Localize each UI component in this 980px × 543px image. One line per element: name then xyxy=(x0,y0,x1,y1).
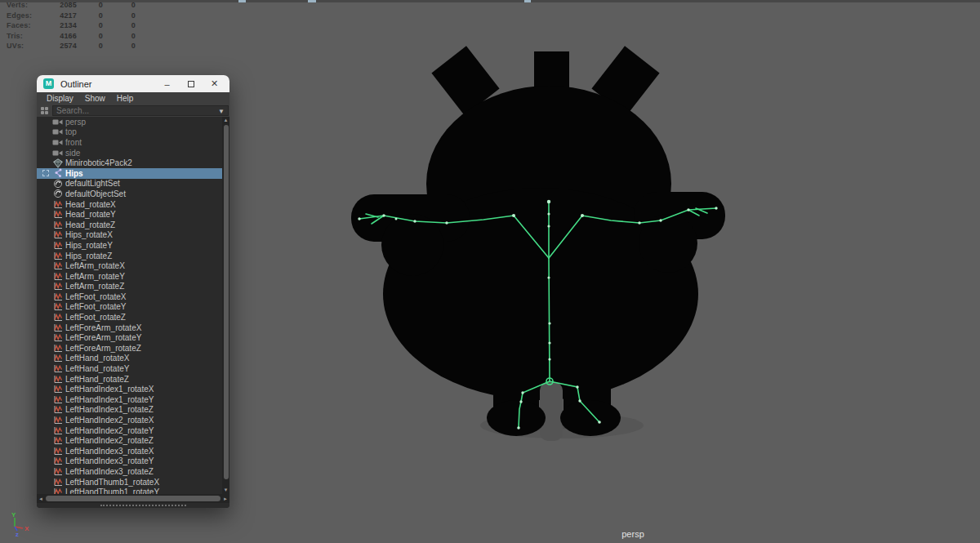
outliner-item-LeftHandIndex1_rotateX[interactable]: LeftHandIndex1_rotateX xyxy=(37,384,222,394)
outliner-item-LeftForeArm_rotateZ[interactable]: LeftForeArm_rotateZ xyxy=(37,343,222,354)
maximize-icon xyxy=(188,81,194,87)
outliner-item-LeftFoot_rotateY[interactable]: LeftFoot_rotateY xyxy=(37,302,222,313)
outliner-item-LeftHand_rotateZ[interactable]: LeftHand_rotateZ xyxy=(37,374,222,385)
horizontal-scroll-thumb[interactable] xyxy=(46,496,220,501)
outliner-item-label: LeftHandIndex3_rotateY xyxy=(65,456,154,465)
animcurve-icon xyxy=(52,323,63,332)
outliner-item-Hips_rotateX[interactable]: Hips_rotateX xyxy=(37,230,222,241)
outliner-item-LeftHand_rotateX[interactable]: LeftHand_rotateX xyxy=(37,354,222,364)
menu-show[interactable]: Show xyxy=(85,94,105,103)
maximize-button[interactable] xyxy=(179,75,203,92)
window-resize-grip[interactable] xyxy=(37,503,229,508)
animcurve-icon xyxy=(52,487,63,494)
outliner-item-Head_rotateY[interactable]: Head_rotateY xyxy=(37,209,222,220)
chevron-down-icon[interactable]: ▼ xyxy=(218,108,225,115)
expand-slot xyxy=(42,303,51,311)
outliner-window[interactable]: M Outliner – ✕ Display Show Help Search.… xyxy=(37,75,229,508)
animcurve-icon xyxy=(52,466,63,476)
outliner-item-LeftHandThumb1_rotateX[interactable]: LeftHandThumb1_rotateX xyxy=(37,477,222,487)
outliner-item-LeftHandIndex3_rotateY[interactable]: LeftHandIndex3_rotateY xyxy=(37,456,222,467)
outliner-item-label: LeftFoot_rotateX xyxy=(65,292,127,301)
outliner-list[interactable]: persptopfrontsideMinirobotic4Pack2Hipsde… xyxy=(37,117,229,494)
outliner-item-label: defaultObjectSet xyxy=(65,189,126,198)
scroll-right-icon[interactable]: ► xyxy=(221,496,229,501)
outliner-item-defaultLightSet[interactable]: defaultLightSet xyxy=(37,179,222,189)
outliner-item-LeftHandIndex1_rotateY[interactable]: LeftHandIndex1_rotateY xyxy=(37,394,222,405)
expand-slot xyxy=(42,426,51,434)
outliner-item-label: front xyxy=(65,138,82,147)
outliner-item-LeftArm_rotateY[interactable]: LeftArm_rotateY xyxy=(37,271,222,282)
outliner-item-Head_rotateZ[interactable]: Head_rotateZ xyxy=(37,220,222,230)
outliner-item-label: LeftHandIndex1_rotateZ xyxy=(65,405,154,414)
outliner-item-Head_rotateX[interactable]: Head_rotateX xyxy=(37,199,222,210)
expand-slot xyxy=(42,406,51,414)
minimize-button[interactable]: – xyxy=(155,75,179,92)
menu-display[interactable]: Display xyxy=(47,94,74,103)
vertical-scroll-thumb[interactable] xyxy=(224,125,229,479)
expand-slot xyxy=(42,344,51,352)
expand-slot xyxy=(42,159,51,167)
animcurve-icon xyxy=(52,364,63,374)
expand-slot xyxy=(42,467,51,475)
outliner-item-persp[interactable]: persp xyxy=(37,117,222,127)
outliner-item-LeftHand_rotateY[interactable]: LeftHand_rotateY xyxy=(37,363,222,374)
filter-icon[interactable] xyxy=(41,107,49,115)
horizontal-scrollbar[interactable]: ◄ ► xyxy=(37,494,229,503)
outliner-item-LeftHandIndex1_rotateZ[interactable]: LeftHandIndex1_rotateZ xyxy=(37,405,222,416)
outliner-item-Minirobotic4Pack2[interactable]: Minirobotic4Pack2 xyxy=(37,158,222,168)
axis-x-label: X xyxy=(24,525,29,532)
menu-help[interactable]: Help xyxy=(117,94,134,103)
outliner-item-label: LeftForeArm_rotateX xyxy=(65,323,141,332)
close-button[interactable]: ✕ xyxy=(203,75,226,92)
outliner-item-LeftHandIndex3_rotateZ[interactable]: LeftHandIndex3_rotateZ xyxy=(37,466,222,477)
outliner-item-label: LeftArm_rotateZ xyxy=(65,282,124,291)
outliner-item-defaultObjectSet[interactable]: defaultObjectSet xyxy=(37,189,222,199)
search-input[interactable]: Search... ▼ xyxy=(52,105,229,116)
animcurve-icon xyxy=(52,261,63,271)
outliner-item-top[interactable]: top xyxy=(37,127,222,138)
animcurve-icon xyxy=(52,425,63,435)
outliner-item-LeftHandIndex2_rotateZ[interactable]: LeftHandIndex2_rotateZ xyxy=(37,435,222,446)
outliner-item-Hips[interactable]: Hips xyxy=(37,168,222,179)
outliner-item-LeftArm_rotateX[interactable]: LeftArm_rotateX xyxy=(37,260,222,271)
outliner-item-label: LeftHand_rotateX xyxy=(65,354,129,363)
outliner-item-label: LeftHandIndex1_rotateY xyxy=(65,395,154,404)
expand-slot xyxy=(42,488,51,494)
outliner-item-label: persp xyxy=(65,118,86,127)
animcurve-icon xyxy=(52,230,63,240)
outliner-item-LeftForeArm_rotateY[interactable]: LeftForeArm_rotateY xyxy=(37,332,222,343)
expand-toggle[interactable] xyxy=(42,169,51,177)
animcurve-icon xyxy=(52,251,63,260)
expand-icon[interactable] xyxy=(42,170,49,176)
outliner-titlebar[interactable]: M Outliner – ✕ xyxy=(37,75,229,92)
set-icon xyxy=(52,179,63,189)
expand-slot xyxy=(42,149,51,157)
outliner-item-LeftArm_rotateZ[interactable]: LeftArm_rotateZ xyxy=(37,282,222,292)
outliner-item-side[interactable]: side xyxy=(37,148,222,158)
camera-icon xyxy=(52,117,63,127)
mesh-icon xyxy=(52,158,63,168)
outliner-item-label: LeftForeArm_rotateY xyxy=(65,333,141,342)
animcurve-icon xyxy=(52,405,63,415)
vertical-scrollbar[interactable]: ▲ ▼ xyxy=(222,117,229,494)
outliner-item-label: LeftFoot_rotateZ xyxy=(65,313,126,322)
outliner-item-LeftHandIndex3_rotateX[interactable]: LeftHandIndex3_rotateX xyxy=(37,446,222,456)
outliner-item-LeftHandIndex2_rotateX[interactable]: LeftHandIndex2_rotateX xyxy=(37,415,222,425)
expand-slot xyxy=(42,437,51,445)
scroll-left-icon[interactable]: ◄ xyxy=(37,496,45,501)
outliner-item-Hips_rotateZ[interactable]: Hips_rotateZ xyxy=(37,251,222,261)
outliner-item-front[interactable]: front xyxy=(37,137,222,148)
outliner-item-LeftForeArm_rotateX[interactable]: LeftForeArm_rotateX xyxy=(37,323,222,333)
outliner-item-LeftFoot_rotateZ[interactable]: LeftFoot_rotateZ xyxy=(37,312,222,323)
animcurve-icon xyxy=(52,374,63,384)
scroll-up-icon[interactable]: ▲ xyxy=(222,117,229,124)
outliner-item-Hips_rotateY[interactable]: Hips_rotateY xyxy=(37,240,222,251)
camera-name-label: persp xyxy=(608,529,657,539)
outliner-item-LeftHandIndex2_rotateY[interactable]: LeftHandIndex2_rotateY xyxy=(37,425,222,436)
scroll-down-icon[interactable]: ▼ xyxy=(222,487,229,494)
outliner-item-label: side xyxy=(65,149,80,158)
outliner-item-LeftHandThumb1_rotateY[interactable]: LeftHandThumb1_rotateY xyxy=(37,487,222,494)
expand-slot xyxy=(42,354,51,363)
outliner-item-label: LeftHandIndex2_rotateY xyxy=(65,426,154,435)
outliner-item-LeftFoot_rotateX[interactable]: LeftFoot_rotateX xyxy=(37,292,222,302)
